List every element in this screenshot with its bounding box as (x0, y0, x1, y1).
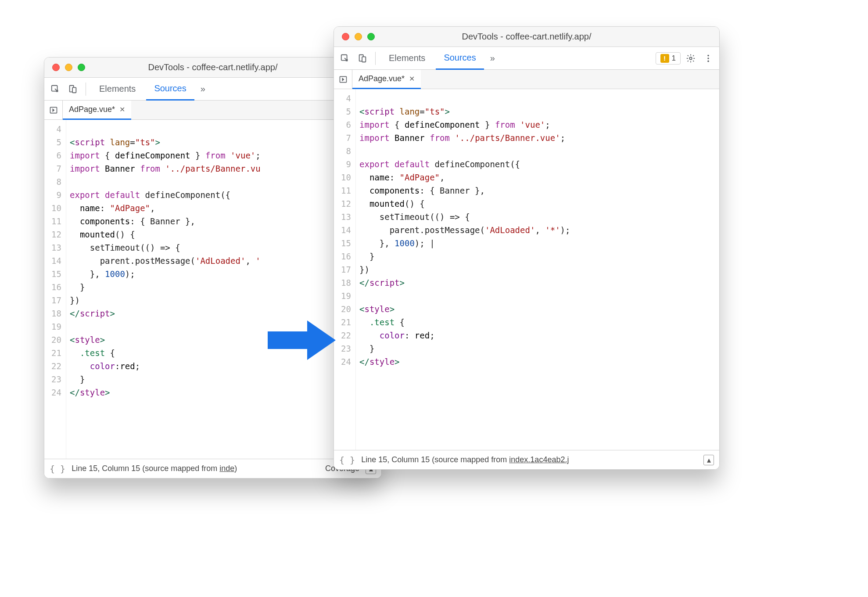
window-title: DevTools - coffee-cart.netlify.app/ (44, 62, 381, 72)
format-icon[interactable]: { } (50, 464, 65, 474)
file-tabs: AdPage.vue* ✕ (44, 101, 381, 120)
status-bar: { } Line 15, Column 15 (source mapped fr… (334, 450, 719, 469)
traffic-lights (44, 64, 85, 71)
tab-sources[interactable]: Sources (436, 47, 484, 70)
code-content[interactable]: <script lang="ts">import { defineCompone… (66, 120, 264, 459)
close-window-button[interactable] (52, 64, 60, 71)
zoom-window-button[interactable] (78, 64, 85, 71)
svg-rect-6 (362, 57, 366, 62)
cursor-position: Line 15, Column 15 (361, 455, 430, 464)
svg-point-10 (707, 60, 709, 62)
traffic-lights (334, 33, 375, 40)
file-tabs: AdPage.vue* ✕ (334, 70, 719, 89)
code-content[interactable]: <script lang="ts">import { defineCompone… (356, 89, 574, 450)
sourcemap-label: (source mapped from (432, 455, 509, 464)
settings-icon[interactable] (683, 51, 698, 66)
navigator-toggle-icon[interactable] (44, 101, 63, 119)
code-editor[interactable]: 456789101112131415161718192021222324 <sc… (334, 89, 719, 450)
arrow-icon (263, 316, 338, 364)
line-gutter: 456789101112131415161718192021222324 (44, 120, 66, 459)
inspect-element-icon[interactable] (337, 51, 352, 66)
window-title: DevTools - coffee-cart.netlify.app/ (334, 32, 719, 42)
tab-sources[interactable]: Sources (146, 78, 194, 101)
svg-point-7 (689, 57, 692, 60)
minimize-window-button[interactable] (355, 33, 362, 40)
minimize-window-button[interactable] (65, 64, 72, 71)
main-toolbar: Elements Sources » ! 1 (334, 47, 719, 70)
devtools-window-right: DevTools - coffee-cart.netlify.app/ Elem… (334, 26, 720, 470)
main-toolbar: Elements Sources » (44, 78, 381, 101)
warning-icon: ! (660, 54, 669, 63)
svg-rect-2 (72, 87, 76, 93)
sourcemap-link[interactable]: inde (219, 464, 234, 473)
more-icon[interactable] (701, 51, 716, 66)
drawer-toggle-icon[interactable]: ▴ (703, 455, 714, 465)
svg-point-9 (707, 58, 709, 59)
close-window-button[interactable] (342, 33, 349, 40)
navigator-toggle-icon[interactable] (334, 70, 352, 89)
inspect-element-icon[interactable] (48, 82, 63, 97)
device-toggle-icon[interactable] (355, 51, 370, 66)
sourcemap-link[interactable]: index.1ac4eab2.j (509, 455, 569, 464)
sourcemap-label: (source mapped from (142, 464, 219, 473)
file-tab-label: AdPage.vue* (359, 74, 405, 83)
file-tab-label: AdPage.vue* (69, 105, 115, 114)
issues-badge[interactable]: ! 1 (656, 52, 681, 65)
titlebar: DevTools - coffee-cart.netlify.app/ (334, 27, 719, 47)
tab-overflow[interactable]: » (197, 78, 209, 101)
zoom-window-button[interactable] (367, 33, 375, 40)
line-gutter: 456789101112131415161718192021222324 (334, 89, 356, 450)
format-icon[interactable]: { } (339, 455, 355, 465)
tab-elements[interactable]: Elements (381, 47, 433, 70)
titlebar: DevTools - coffee-cart.netlify.app/ (44, 58, 381, 78)
svg-point-8 (707, 54, 709, 56)
cursor-position: Line 15, Column 15 (72, 464, 140, 473)
devtools-window-left: DevTools - coffee-cart.netlify.app/ Elem… (44, 57, 382, 478)
file-tab-adpage[interactable]: AdPage.vue* ✕ (352, 70, 421, 89)
tab-overflow[interactable]: » (487, 47, 499, 70)
status-bar: { } Line 15, Column 15 (source mapped fr… (44, 459, 381, 478)
device-toggle-icon[interactable] (65, 82, 80, 97)
close-tab-icon[interactable]: ✕ (409, 75, 415, 83)
tab-elements[interactable]: Elements (91, 78, 143, 101)
code-editor[interactable]: 456789101112131415161718192021222324 <sc… (44, 120, 381, 459)
close-tab-icon[interactable]: ✕ (119, 105, 125, 114)
file-tab-adpage[interactable]: AdPage.vue* ✕ (63, 101, 131, 120)
issues-count: 1 (672, 54, 676, 63)
